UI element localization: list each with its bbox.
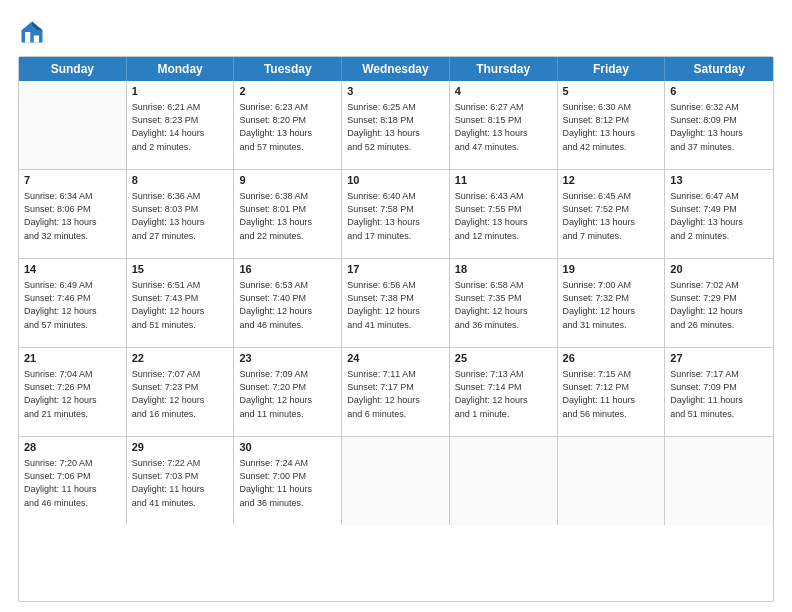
cell-content: Sunrise: 6:45 AM Sunset: 7:52 PM Dayligh… [563, 190, 660, 242]
calendar-cell: 28Sunrise: 7:20 AM Sunset: 7:06 PM Dayli… [19, 437, 127, 525]
logo [18, 18, 50, 46]
header-day: Wednesday [342, 57, 450, 81]
cell-day-number: 5 [563, 84, 660, 99]
calendar-cell: 26Sunrise: 7:15 AM Sunset: 7:12 PM Dayli… [558, 348, 666, 436]
cell-content: Sunrise: 6:27 AM Sunset: 8:15 PM Dayligh… [455, 101, 552, 153]
cell-day-number: 2 [239, 84, 336, 99]
header-day: Tuesday [234, 57, 342, 81]
cell-day-number: 6 [670, 84, 768, 99]
cell-content: Sunrise: 6:25 AM Sunset: 8:18 PM Dayligh… [347, 101, 444, 153]
cell-content: Sunrise: 7:11 AM Sunset: 7:17 PM Dayligh… [347, 368, 444, 420]
calendar-cell: 20Sunrise: 7:02 AM Sunset: 7:29 PM Dayli… [665, 259, 773, 347]
cell-day-number: 25 [455, 351, 552, 366]
cell-content: Sunrise: 6:49 AM Sunset: 7:46 PM Dayligh… [24, 279, 121, 331]
calendar-cell: 2Sunrise: 6:23 AM Sunset: 8:20 PM Daylig… [234, 81, 342, 169]
cell-content: Sunrise: 7:15 AM Sunset: 7:12 PM Dayligh… [563, 368, 660, 420]
cell-day-number: 17 [347, 262, 444, 277]
calendar-cell: 1Sunrise: 6:21 AM Sunset: 8:23 PM Daylig… [127, 81, 235, 169]
cell-content: Sunrise: 6:32 AM Sunset: 8:09 PM Dayligh… [670, 101, 768, 153]
cell-day-number: 20 [670, 262, 768, 277]
cell-content: Sunrise: 7:17 AM Sunset: 7:09 PM Dayligh… [670, 368, 768, 420]
cell-content: Sunrise: 7:22 AM Sunset: 7:03 PM Dayligh… [132, 457, 229, 509]
cell-content: Sunrise: 6:36 AM Sunset: 8:03 PM Dayligh… [132, 190, 229, 242]
cell-content: Sunrise: 7:13 AM Sunset: 7:14 PM Dayligh… [455, 368, 552, 420]
cell-day-number: 30 [239, 440, 336, 455]
calendar-cell: 4Sunrise: 6:27 AM Sunset: 8:15 PM Daylig… [450, 81, 558, 169]
cell-content: Sunrise: 6:47 AM Sunset: 7:49 PM Dayligh… [670, 190, 768, 242]
calendar-cell: 8Sunrise: 6:36 AM Sunset: 8:03 PM Daylig… [127, 170, 235, 258]
calendar-cell [450, 437, 558, 525]
cell-content: Sunrise: 7:20 AM Sunset: 7:06 PM Dayligh… [24, 457, 121, 509]
cell-content: Sunrise: 6:30 AM Sunset: 8:12 PM Dayligh… [563, 101, 660, 153]
cell-content: Sunrise: 7:07 AM Sunset: 7:23 PM Dayligh… [132, 368, 229, 420]
calendar-cell: 7Sunrise: 6:34 AM Sunset: 8:06 PM Daylig… [19, 170, 127, 258]
calendar-cell: 5Sunrise: 6:30 AM Sunset: 8:12 PM Daylig… [558, 81, 666, 169]
header-day: Friday [558, 57, 666, 81]
cell-content: Sunrise: 6:53 AM Sunset: 7:40 PM Dayligh… [239, 279, 336, 331]
header-day: Saturday [665, 57, 773, 81]
cell-day-number: 12 [563, 173, 660, 188]
header-day: Sunday [19, 57, 127, 81]
calendar-row: 1Sunrise: 6:21 AM Sunset: 8:23 PM Daylig… [19, 81, 773, 170]
cell-day-number: 24 [347, 351, 444, 366]
logo-icon [18, 18, 46, 46]
cell-day-number: 18 [455, 262, 552, 277]
cell-day-number: 21 [24, 351, 121, 366]
cell-day-number: 23 [239, 351, 336, 366]
calendar-row: 14Sunrise: 6:49 AM Sunset: 7:46 PM Dayli… [19, 259, 773, 348]
cell-content: Sunrise: 6:51 AM Sunset: 7:43 PM Dayligh… [132, 279, 229, 331]
calendar-cell: 15Sunrise: 6:51 AM Sunset: 7:43 PM Dayli… [127, 259, 235, 347]
svg-rect-3 [34, 36, 39, 43]
cell-content: Sunrise: 7:09 AM Sunset: 7:20 PM Dayligh… [239, 368, 336, 420]
cell-content: Sunrise: 7:04 AM Sunset: 7:26 PM Dayligh… [24, 368, 121, 420]
calendar-cell: 3Sunrise: 6:25 AM Sunset: 8:18 PM Daylig… [342, 81, 450, 169]
calendar-row: 7Sunrise: 6:34 AM Sunset: 8:06 PM Daylig… [19, 170, 773, 259]
calendar-cell: 21Sunrise: 7:04 AM Sunset: 7:26 PM Dayli… [19, 348, 127, 436]
calendar-cell: 11Sunrise: 6:43 AM Sunset: 7:55 PM Dayli… [450, 170, 558, 258]
cell-day-number: 19 [563, 262, 660, 277]
calendar-cell: 10Sunrise: 6:40 AM Sunset: 7:58 PM Dayli… [342, 170, 450, 258]
cell-day-number: 11 [455, 173, 552, 188]
calendar-cell: 22Sunrise: 7:07 AM Sunset: 7:23 PM Dayli… [127, 348, 235, 436]
cell-content: Sunrise: 6:38 AM Sunset: 8:01 PM Dayligh… [239, 190, 336, 242]
calendar-row: 28Sunrise: 7:20 AM Sunset: 7:06 PM Dayli… [19, 437, 773, 525]
cell-day-number: 8 [132, 173, 229, 188]
calendar-cell: 17Sunrise: 6:56 AM Sunset: 7:38 PM Dayli… [342, 259, 450, 347]
calendar-cell: 19Sunrise: 7:00 AM Sunset: 7:32 PM Dayli… [558, 259, 666, 347]
calendar-cell [665, 437, 773, 525]
calendar-cell: 12Sunrise: 6:45 AM Sunset: 7:52 PM Dayli… [558, 170, 666, 258]
cell-day-number: 22 [132, 351, 229, 366]
page: SundayMondayTuesdayWednesdayThursdayFrid… [0, 0, 792, 612]
calendar-row: 21Sunrise: 7:04 AM Sunset: 7:26 PM Dayli… [19, 348, 773, 437]
cell-content: Sunrise: 6:34 AM Sunset: 8:06 PM Dayligh… [24, 190, 121, 242]
calendar-cell: 14Sunrise: 6:49 AM Sunset: 7:46 PM Dayli… [19, 259, 127, 347]
calendar-cell: 9Sunrise: 6:38 AM Sunset: 8:01 PM Daylig… [234, 170, 342, 258]
cell-day-number: 28 [24, 440, 121, 455]
calendar-cell: 25Sunrise: 7:13 AM Sunset: 7:14 PM Dayli… [450, 348, 558, 436]
calendar-cell: 24Sunrise: 7:11 AM Sunset: 7:17 PM Dayli… [342, 348, 450, 436]
cell-day-number: 1 [132, 84, 229, 99]
calendar-cell: 23Sunrise: 7:09 AM Sunset: 7:20 PM Dayli… [234, 348, 342, 436]
cell-content: Sunrise: 6:56 AM Sunset: 7:38 PM Dayligh… [347, 279, 444, 331]
header [18, 18, 774, 46]
cell-day-number: 7 [24, 173, 121, 188]
cell-day-number: 27 [670, 351, 768, 366]
cell-content: Sunrise: 6:40 AM Sunset: 7:58 PM Dayligh… [347, 190, 444, 242]
svg-rect-2 [25, 32, 30, 43]
cell-content: Sunrise: 6:21 AM Sunset: 8:23 PM Dayligh… [132, 101, 229, 153]
calendar-cell: 27Sunrise: 7:17 AM Sunset: 7:09 PM Dayli… [665, 348, 773, 436]
cell-content: Sunrise: 6:23 AM Sunset: 8:20 PM Dayligh… [239, 101, 336, 153]
cell-content: Sunrise: 7:02 AM Sunset: 7:29 PM Dayligh… [670, 279, 768, 331]
cell-day-number: 4 [455, 84, 552, 99]
cell-day-number: 29 [132, 440, 229, 455]
cell-content: Sunrise: 6:43 AM Sunset: 7:55 PM Dayligh… [455, 190, 552, 242]
cell-content: Sunrise: 6:58 AM Sunset: 7:35 PM Dayligh… [455, 279, 552, 331]
cell-content: Sunrise: 7:00 AM Sunset: 7:32 PM Dayligh… [563, 279, 660, 331]
calendar: SundayMondayTuesdayWednesdayThursdayFrid… [18, 56, 774, 602]
cell-content: Sunrise: 7:24 AM Sunset: 7:00 PM Dayligh… [239, 457, 336, 509]
cell-day-number: 15 [132, 262, 229, 277]
calendar-cell: 18Sunrise: 6:58 AM Sunset: 7:35 PM Dayli… [450, 259, 558, 347]
calendar-cell [558, 437, 666, 525]
cell-day-number: 10 [347, 173, 444, 188]
cell-day-number: 3 [347, 84, 444, 99]
